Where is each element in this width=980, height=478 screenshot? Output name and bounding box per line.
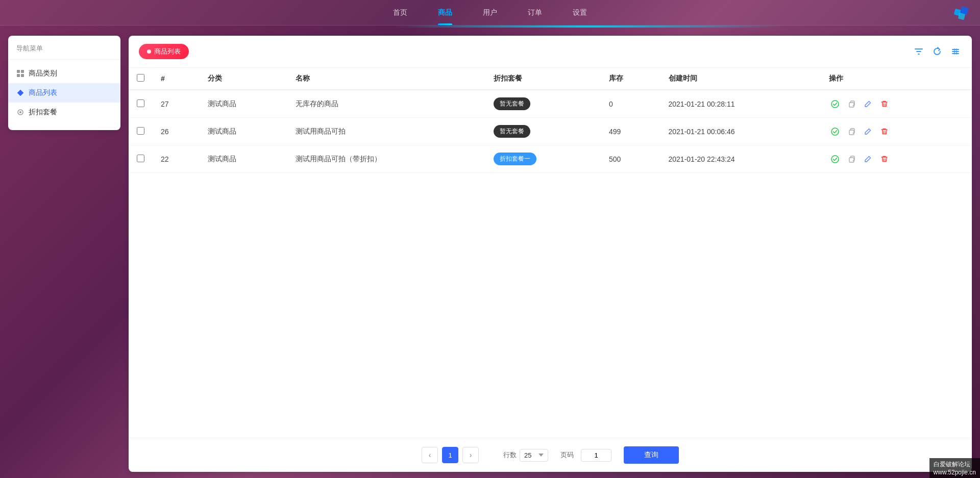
watermark: 白爱破解论坛 www.52pojie.cn xyxy=(929,458,980,478)
page-number-input[interactable] xyxy=(581,449,611,462)
nav-item-products[interactable]: 商品 xyxy=(438,1,452,24)
nav-item-home[interactable]: 首页 xyxy=(393,1,407,24)
filter-icon[interactable] xyxy=(913,45,925,58)
header-name: 名称 xyxy=(287,68,486,90)
watermark-line1: 白爱破解论坛 xyxy=(934,460,976,469)
header-id: # xyxy=(153,68,200,90)
row-created: 2021-01-21 00:06:46 xyxy=(660,118,821,145)
table-row: 22 测试商品 测试用商品可拍（带折扣） 折扣套餐一 500 2021-01-2… xyxy=(129,145,972,173)
sidebar-item-products-label: 商品列表 xyxy=(29,88,57,97)
row-badge: 折扣套餐一 xyxy=(494,153,536,165)
row-badge-cell: 折扣套餐一 xyxy=(485,145,601,173)
sidebar-item-categories-label: 商品类别 xyxy=(29,69,57,78)
row-delete-button[interactable] xyxy=(878,153,890,165)
row-actions-cell xyxy=(821,145,972,173)
row-actions-cell xyxy=(821,90,972,118)
row-edit-button[interactable] xyxy=(862,153,874,165)
header-category: 分类 xyxy=(200,68,287,90)
sidebar-item-discounts-label: 折扣套餐 xyxy=(29,108,57,117)
row-copy-button[interactable] xyxy=(845,125,857,138)
row-id: 27 xyxy=(153,90,200,118)
nav-item-settings[interactable]: 设置 xyxy=(573,1,587,24)
svg-rect-15 xyxy=(849,130,854,135)
content-panel: 商品列表 xyxy=(129,36,972,472)
header-actions xyxy=(913,45,962,58)
rows-per-page-wrap: 行数 25 50 100 xyxy=(503,449,548,462)
svg-marker-7 xyxy=(17,90,23,96)
logo-icon xyxy=(953,5,970,21)
row-badge-cell: 暂无套餐 xyxy=(485,118,601,145)
header-checkbox-col xyxy=(129,68,153,90)
columns-icon[interactable] xyxy=(949,45,962,58)
nav-item-users[interactable]: 用户 xyxy=(483,1,497,24)
table-header-row: # 分类 名称 折扣套餐 库存 创建时间 操作 xyxy=(129,68,972,90)
svg-rect-6 xyxy=(21,74,24,77)
row-stock: 0 xyxy=(601,90,660,118)
row-enable-button[interactable] xyxy=(829,153,841,165)
row-category: 测试商品 xyxy=(200,118,287,145)
table-row: 26 测试商品 测试用商品可拍 暂无套餐 499 2021-01-21 00:0… xyxy=(129,118,972,145)
header-created: 创建时间 xyxy=(660,68,821,90)
page-1-button[interactable]: 1 xyxy=(442,447,458,463)
svg-rect-4 xyxy=(21,70,24,73)
select-all-checkbox[interactable] xyxy=(137,74,144,82)
diamond-icon xyxy=(16,89,24,97)
sidebar: 导航菜单 商品类别 商品列表 xyxy=(8,36,120,130)
row-checkbox-1[interactable] xyxy=(137,127,144,135)
row-delete-button[interactable] xyxy=(878,98,890,110)
query-button[interactable]: 查询 xyxy=(624,446,679,464)
sidebar-item-discounts[interactable]: 折扣套餐 xyxy=(8,103,120,122)
main-layout: 导航菜单 商品类别 商品列表 xyxy=(0,28,980,478)
row-checkbox-cell xyxy=(129,118,153,145)
row-delete-button[interactable] xyxy=(878,125,890,138)
row-copy-button[interactable] xyxy=(845,98,857,110)
row-id: 26 xyxy=(153,118,200,145)
svg-point-12 xyxy=(831,100,839,108)
row-category: 测试商品 xyxy=(200,90,287,118)
sidebar-item-products[interactable]: 商品列表 xyxy=(8,83,120,103)
products-table: # 分类 名称 折扣套餐 库存 创建时间 操作 27 测试商品 无库存的商品 xyxy=(129,68,972,173)
row-checkbox-0[interactable] xyxy=(137,99,144,107)
svg-rect-5 xyxy=(17,74,20,77)
row-enable-button[interactable] xyxy=(829,98,841,110)
svg-point-9 xyxy=(19,111,21,113)
header-actions: 操作 xyxy=(821,68,972,90)
header-discount: 折扣套餐 xyxy=(485,68,601,90)
row-enable-button[interactable] xyxy=(829,125,841,138)
row-copy-button[interactable] xyxy=(845,153,857,165)
svg-point-16 xyxy=(831,156,839,163)
row-actions xyxy=(829,125,964,138)
prev-page-button[interactable]: ‹ xyxy=(422,447,438,463)
top-nav: 首页 商品 用户 订单 设置 xyxy=(0,0,980,26)
nav-item-orders[interactable]: 订单 xyxy=(528,1,542,24)
row-stock: 499 xyxy=(601,118,660,145)
row-actions xyxy=(829,98,964,110)
row-name: 无库存的商品 xyxy=(287,90,486,118)
refresh-icon[interactable] xyxy=(931,45,943,58)
row-badge: 暂无套餐 xyxy=(494,97,530,110)
row-checkbox-2[interactable] xyxy=(137,155,144,162)
row-edit-button[interactable] xyxy=(862,98,874,110)
row-created: 2021-01-20 22:43:24 xyxy=(660,145,821,173)
row-stock: 500 xyxy=(601,145,660,173)
products-list-tab[interactable]: 商品列表 xyxy=(139,44,189,59)
svg-point-14 xyxy=(831,128,839,135)
row-badge-cell: 暂无套餐 xyxy=(485,90,601,118)
svg-rect-17 xyxy=(849,158,854,162)
row-name: 测试用商品可拍 xyxy=(287,118,486,145)
pagination-bar: ‹ 1 › 行数 25 50 100 页码 查询 xyxy=(129,438,972,472)
rows-label: 行数 xyxy=(503,450,517,460)
row-edit-button[interactable] xyxy=(862,125,874,138)
rows-per-page-select[interactable]: 25 50 100 xyxy=(520,449,548,462)
sidebar-title: 导航菜单 xyxy=(8,44,120,60)
watermark-line2: www.52pojie.cn xyxy=(934,469,976,476)
sidebar-item-categories[interactable]: 商品类别 xyxy=(8,64,120,83)
row-badge: 暂无套餐 xyxy=(494,125,530,138)
row-actions-cell xyxy=(821,118,972,145)
content-header: 商品列表 xyxy=(129,36,972,68)
tab-label: 商品列表 xyxy=(154,47,181,56)
svg-rect-13 xyxy=(849,103,854,107)
svg-rect-3 xyxy=(17,70,20,73)
tab-dot xyxy=(147,49,151,54)
next-page-button[interactable]: › xyxy=(462,447,479,463)
